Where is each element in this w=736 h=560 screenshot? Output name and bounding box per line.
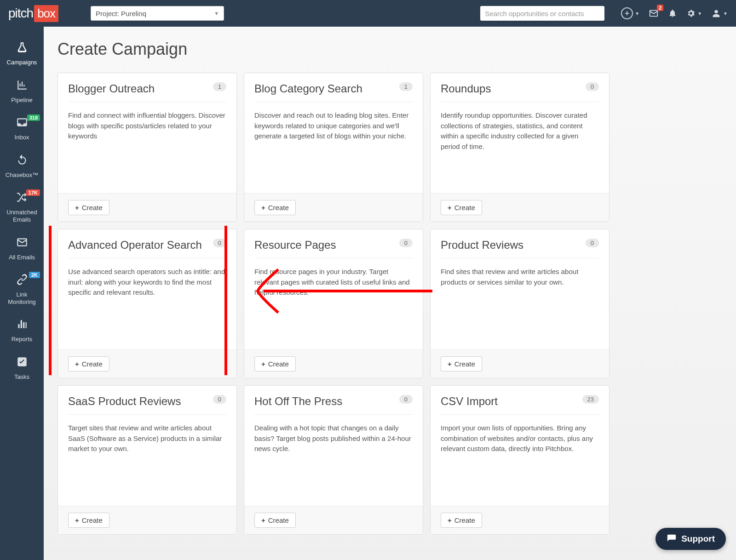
card-title: Hot Off The Press <box>254 395 342 408</box>
create-button[interactable]: +Create <box>68 513 109 528</box>
card-csv-import: CSV Import23Import your own lists of opp… <box>430 385 610 535</box>
sidebar-item-unmatched-emails[interactable]: Unmatched Emails17K <box>0 185 44 229</box>
card-header: Blog Category Search1 <box>254 73 413 102</box>
card-title: Advanced Operator Search <box>68 239 202 251</box>
search-input[interactable] <box>480 6 604 21</box>
create-label: Create <box>268 516 289 524</box>
create-button[interactable]: +Create <box>254 200 296 215</box>
card-footer: +Create <box>58 193 236 222</box>
gear-icon <box>686 9 696 18</box>
card-description: Find and connect with influential blogge… <box>58 102 236 193</box>
card-footer: +Create <box>58 506 236 534</box>
sidebar-item-campaigns[interactable]: Campaigns <box>0 35 44 73</box>
settings-button[interactable]: ▼ <box>686 9 702 18</box>
chart-icon <box>16 79 28 94</box>
card-description: Discover and reach out to leading blog s… <box>244 102 423 193</box>
count-badge: 0 <box>399 239 413 247</box>
notifications-button[interactable] <box>668 9 677 18</box>
create-label: Create <box>268 360 289 368</box>
card-header: CSV Import23 <box>441 386 599 415</box>
card-header: Blogger Outreach1 <box>68 73 226 102</box>
card-footer: +Create <box>431 506 609 534</box>
sidebar-item-label: Link Monitoring <box>2 291 42 305</box>
card-roundups: Roundups0Identify roundup opportunities.… <box>430 73 610 222</box>
sidebar-item-tasks[interactable]: Tasks <box>0 349 44 387</box>
sidebar-item-link-monitoring[interactable]: Link Monitoring2K <box>0 267 44 312</box>
support-label: Support <box>681 534 715 544</box>
card-description: Find resource pages in your industry. Ta… <box>244 258 423 349</box>
card-footer: +Create <box>244 193 423 222</box>
card-title: Resource Pages <box>254 239 336 251</box>
sidebar-item-label: Reports <box>12 336 33 343</box>
card-description: Import your own lists of opportunities. … <box>431 415 609 506</box>
create-label: Create <box>268 204 289 211</box>
card-description: Target sites that review and write artic… <box>58 415 236 506</box>
count-badge: 1 <box>213 82 226 91</box>
card-saas-product-reviews: SaaS Product Reviews0Target sites that r… <box>58 385 237 535</box>
caret-down-icon: ▼ <box>635 11 639 16</box>
card-footer: +Create <box>58 349 236 378</box>
caret-down-icon: ▼ <box>214 11 219 16</box>
create-button[interactable]: +Create <box>441 513 482 528</box>
create-label: Create <box>454 360 475 368</box>
create-label: Create <box>454 204 475 211</box>
link-icon <box>16 274 28 288</box>
main-content: Create Campaign Blogger Outreach1Find an… <box>44 27 736 560</box>
card-title: Blogger Outreach <box>68 82 155 95</box>
mail-button[interactable]: 2 <box>649 8 659 18</box>
plus-icon: + <box>448 204 452 211</box>
plus-icon: + <box>261 516 265 524</box>
sidebar-item-pipeline[interactable]: Pipeline <box>0 73 44 110</box>
plus-icon: + <box>75 516 79 524</box>
sidebar-item-chasebox-[interactable]: Chasebox™ <box>0 148 44 185</box>
card-header: Product Reviews0 <box>441 229 599 258</box>
user-menu[interactable]: ▼ <box>711 8 728 18</box>
sidebar-item-label: All Emails <box>9 254 35 261</box>
card-header: Hot Off The Press0 <box>254 386 413 415</box>
create-button[interactable]: +Create <box>441 200 482 215</box>
sidebar-item-inbox[interactable]: Inbox318 <box>0 110 44 148</box>
support-button[interactable]: Support <box>656 528 726 550</box>
card-advanced-operator-search: Advanced Operator Search0Use advanced se… <box>58 229 237 378</box>
logo[interactable]: pitchbox <box>8 5 58 22</box>
plus-icon: + <box>448 360 452 368</box>
create-button[interactable]: +Create <box>254 356 296 371</box>
envelope-icon <box>16 236 28 251</box>
card-header: Advanced Operator Search0 <box>68 229 226 258</box>
sidebar-badge: 17K <box>26 189 40 196</box>
logo-text-2: box <box>34 5 58 22</box>
card-title: CSV Import <box>441 395 498 408</box>
create-button[interactable]: +Create <box>441 356 482 371</box>
project-select[interactable]: Project: Purelinq ▼ <box>91 6 224 21</box>
plus-icon: + <box>621 7 633 19</box>
count-badge: 23 <box>582 395 599 404</box>
card-blog-category-search: Blog Category Search1Discover and reach … <box>244 73 423 222</box>
sidebar-item-label: Tasks <box>14 373 29 381</box>
sidebar-item-reports[interactable]: Reports <box>0 312 44 349</box>
create-label: Create <box>82 516 103 524</box>
create-button[interactable]: +Create <box>68 200 109 215</box>
create-button[interactable]: +Create <box>254 513 296 528</box>
card-header: Resource Pages0 <box>254 229 413 258</box>
sidebar-item-all-emails[interactable]: All Emails <box>0 230 44 268</box>
plus-icon: + <box>75 360 79 368</box>
card-resource-pages: Resource Pages0Find resource pages in yo… <box>244 229 423 378</box>
caret-down-icon: ▼ <box>723 11 728 16</box>
sidebar-item-label: Inbox <box>15 134 29 141</box>
card-title: Product Reviews <box>441 239 523 251</box>
logo-text-1: pitch <box>8 6 33 21</box>
refresh-icon <box>16 154 28 169</box>
count-badge: 0 <box>586 239 599 247</box>
card-footer: +Create <box>244 506 423 534</box>
card-product-reviews: Product Reviews0Find sites that review a… <box>430 229 610 378</box>
card-blogger-outreach: Blogger Outreach1Find and connect with i… <box>58 73 237 222</box>
create-button[interactable]: +Create <box>68 356 109 371</box>
plus-icon: + <box>261 360 265 368</box>
project-select-label: Project: Purelinq <box>96 10 146 17</box>
sidebar-item-label: Unmatched Emails <box>2 209 42 223</box>
card-description: Use advanced search operators such as in… <box>58 258 236 349</box>
add-button[interactable]: + ▼ <box>621 7 639 19</box>
card-footer: +Create <box>244 349 423 378</box>
caret-down-icon: ▼ <box>697 11 702 16</box>
flask-icon <box>16 41 28 56</box>
